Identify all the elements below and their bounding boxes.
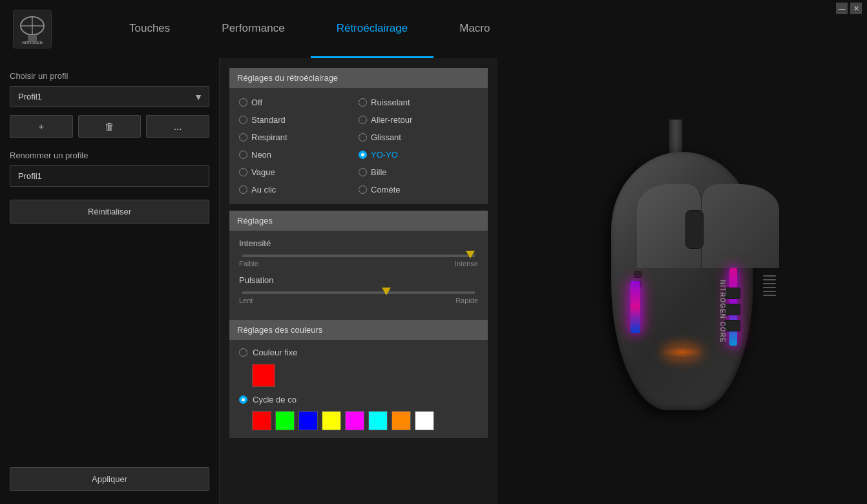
scroll-lines	[763, 275, 776, 296]
pulsation-min: Lent	[239, 297, 253, 304]
radio-label-standard: Standard	[251, 115, 286, 125]
cycle-swatch-blue[interactable]	[298, 411, 318, 430]
radio-ruisselant[interactable]: Ruisselant	[359, 96, 478, 109]
side-button-2	[724, 304, 740, 315]
backlight-section-body: Off Ruisselant Standard Aller-retour	[229, 88, 488, 204]
apply-button[interactable]: Appliquer	[10, 467, 209, 491]
scroll-line-6	[763, 295, 776, 296]
radio-label-neon: Neon	[251, 150, 271, 160]
radio-au-clic[interactable]: Au clic	[239, 183, 359, 196]
center-panel: Réglages du rétroéclairage Off Ruisselan…	[220, 58, 497, 504]
mouse-body: NITROGEN CORE	[611, 152, 753, 410]
radio-circle-standard	[239, 116, 247, 124]
right-panel: NITROGEN CORE	[497, 58, 867, 504]
rename-input[interactable]	[10, 165, 209, 187]
cycle-swatch-magenta[interactable]	[345, 411, 364, 430]
radio-label-ruisselant: Ruisselant	[371, 98, 410, 107]
radio-standard[interactable]: Standard	[239, 113, 359, 127]
nav-tabs: Touches Performance Rétroéclairage Macro	[103, 0, 854, 58]
cycle-color-row: Cycle de co	[239, 395, 478, 404]
radio-circle-off	[239, 98, 247, 107]
cycle-color-swatches	[252, 411, 478, 430]
pulsation-label: Pulsation	[239, 275, 478, 285]
cycle-swatch-orange[interactable]	[392, 411, 411, 430]
fixed-color-row: Couleur fixe	[239, 348, 478, 357]
radio-circle-aller-retour	[359, 116, 367, 124]
nitrogen-label: NITROGEN CORE	[719, 280, 726, 342]
tab-performance[interactable]: Performance	[196, 0, 310, 58]
main-layout: Choisir un profil Profil1 ▼ + 🗑 ... Reno…	[0, 58, 867, 504]
pulsation-max: Rapide	[455, 297, 478, 304]
radio-label-comete: Comète	[371, 185, 401, 194]
cycle-swatch-red[interactable]	[252, 411, 271, 430]
title-bar: — ✕	[831, 0, 867, 17]
radio-comete[interactable]: Comète	[359, 183, 478, 196]
logo-area: NITROGEN	[13, 10, 84, 48]
more-profile-button[interactable]: ...	[146, 115, 209, 138]
fixed-color-label: Couleur fixe	[253, 348, 297, 357]
radio-aller-retour[interactable]: Aller-retour	[359, 113, 478, 127]
radio-neon[interactable]: Neon	[239, 148, 359, 162]
tab-macro[interactable]: Macro	[434, 0, 516, 58]
settings-section-header: Réglages	[229, 211, 488, 231]
reset-button[interactable]: Réinitialiser	[10, 200, 209, 224]
colors-section-header: Réglages des couleurs	[229, 320, 488, 340]
radio-glissant[interactable]: Glissant	[359, 131, 478, 144]
radio-label-bille: Bille	[371, 167, 387, 177]
delete-profile-button[interactable]: 🗑	[78, 115, 141, 138]
intensity-label: Intensité	[239, 238, 478, 248]
mouse-container: NITROGEN CORE	[585, 120, 779, 443]
intensity-slider[interactable]	[242, 255, 475, 257]
intensity-max: Intense	[455, 260, 478, 268]
radio-circle-bille	[359, 168, 367, 176]
header: NITROGEN Touches Performance Rétroéclair…	[0, 0, 867, 58]
profile-select-wrap: Profil1 ▼	[10, 86, 209, 107]
radio-label-glissant: Glissant	[371, 132, 401, 142]
radio-circle-fixed[interactable]	[239, 348, 247, 357]
radio-circle-au-clic	[239, 185, 247, 194]
radio-label-respirant: Respirant	[251, 132, 287, 142]
radio-vague[interactable]: Vague	[239, 165, 359, 179]
cycle-swatch-cyan[interactable]	[368, 411, 388, 430]
radio-yo-yo[interactable]: YO-YO	[359, 148, 478, 162]
radio-circle-ruisselant	[359, 98, 367, 107]
cycle-color-label: Cycle de co	[253, 395, 297, 404]
logo-icon: NITROGEN	[13, 10, 52, 48]
cycle-swatch-white[interactable]	[415, 411, 434, 430]
radio-off[interactable]: Off	[239, 96, 359, 109]
radio-circle-comete	[359, 185, 367, 194]
close-button[interactable]: ✕	[850, 3, 862, 14]
radio-respirant[interactable]: Respirant	[239, 131, 359, 144]
radio-label-aller-retour: Aller-retour	[371, 115, 412, 125]
radio-circle-yo-yo	[359, 151, 367, 159]
fixed-color-swatch[interactable]	[252, 364, 275, 387]
minimize-button[interactable]: —	[836, 3, 848, 14]
radio-circle-respirant	[239, 133, 247, 142]
radio-label-au-clic: Au clic	[251, 185, 276, 194]
scroll-line-3	[763, 283, 776, 284]
radio-label-vague: Vague	[251, 167, 275, 177]
pulsation-range: Lent Rapide	[239, 297, 478, 304]
cycle-swatch-yellow[interactable]	[322, 411, 341, 430]
cycle-swatch-green[interactable]	[275, 411, 295, 430]
mouse-scroll-wheel	[685, 210, 704, 249]
backlight-section-header: Réglages du rétroéclairage	[229, 68, 488, 88]
pulsation-slider[interactable]	[242, 291, 475, 294]
radio-label-yo-yo: YO-YO	[371, 150, 398, 160]
radio-circle-vague	[239, 168, 247, 176]
colors-section-body: Couleur fixe Cycle de co	[229, 340, 488, 438]
tab-retroeclairage[interactable]: Rétroéclairage	[311, 0, 434, 58]
radio-circle-neon	[239, 151, 247, 159]
profile-actions: + 🗑 ...	[10, 115, 209, 138]
radio-grid: Off Ruisselant Standard Aller-retour	[239, 96, 478, 196]
settings-section-body: Intensité Faible Intense Pulsation Lent …	[229, 231, 488, 320]
radio-circle-cycle[interactable]	[239, 395, 247, 404]
rgb-glow-left	[631, 281, 640, 333]
add-profile-button[interactable]: +	[10, 115, 73, 138]
dpi-button-1	[634, 271, 642, 278]
scroll-line-1	[763, 275, 776, 277]
side-button-3	[724, 320, 740, 331]
tab-touches[interactable]: Touches	[103, 0, 196, 58]
profile-select[interactable]: Profil1	[10, 86, 209, 107]
radio-bille[interactable]: Bille	[359, 165, 478, 179]
